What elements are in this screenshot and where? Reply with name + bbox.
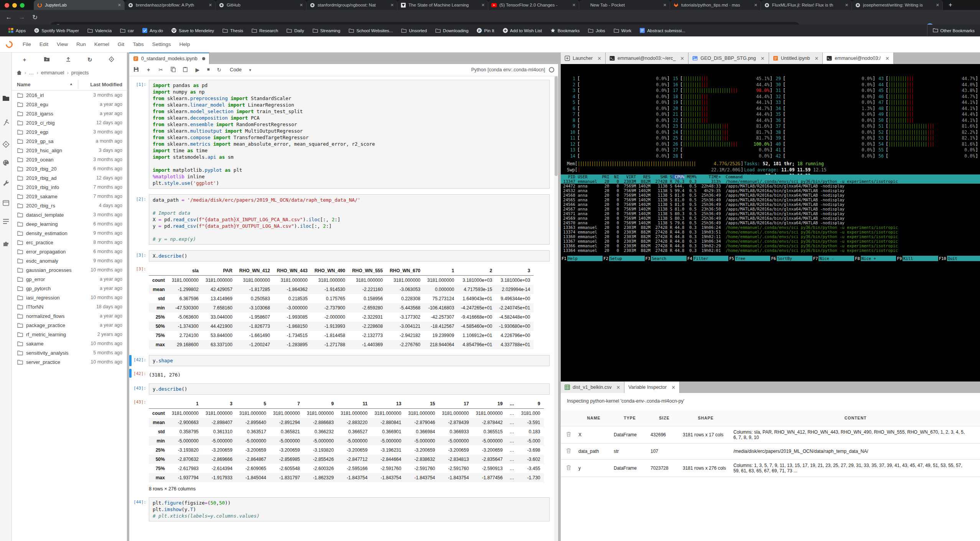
- close-tab-icon[interactable]: ✕: [663, 3, 667, 8]
- run-cell-icon[interactable]: ▶: [194, 67, 201, 73]
- window-controls[interactable]: [5, 3, 25, 8]
- htop-setup-key[interactable]: F2Setup: [603, 256, 644, 261]
- htop-function-key-bar[interactable]: F1HelpF2SetupF3SearchF4FilterF5TreeF6Sor…: [561, 256, 980, 261]
- command-palette-icon[interactable]: [2, 159, 10, 166]
- process-row[interactable]: 24569 anna 20 0 7569M 1402M 1138 S 80.3 …: [561, 216, 980, 220]
- bookmark-work[interactable]: Work: [614, 28, 632, 33]
- file-row[interactable]: gp_errora year ago: [12, 275, 127, 284]
- process-row[interactable]: 24571 anna 20 0 7569M 1402M 1138 S 80.3 …: [561, 211, 980, 216]
- process-row[interactable]: 13347 emmanuel 20 0 2303M 882M 27428 R 7…: [561, 179, 980, 184]
- tab-variable-inspector[interactable]: Variable Inspector✕: [624, 381, 680, 393]
- process-list-header[interactable]: PID USER PRI NI VIRT RES SHR S CPU% MEM%…: [561, 174, 980, 179]
- delete-variable-icon[interactable]: [561, 443, 576, 459]
- close-tab-icon[interactable]: ✕: [754, 3, 758, 8]
- tab-dist-v1-belkin-csv[interactable]: dist_v1_belkin.csv✕: [561, 381, 624, 393]
- bookmark-streaming[interactable]: Streaming: [313, 28, 340, 33]
- bookmark-school-websites-[interactable]: School Websites...: [349, 28, 393, 33]
- cell-editor[interactable]: X.describe(): [149, 250, 550, 261]
- notebook-cell[interactable]: [3]:X.describe()[3]:slaPARRHO_WN_412RHO_…: [129, 250, 554, 349]
- file-row[interactable]: server_practice10 months ago: [12, 357, 127, 367]
- cell-type-select[interactable]: Code ▼: [230, 67, 252, 72]
- process-row[interactable]: 24570 anna 20 0 7569M 1402M 1138 S 79.6 …: [561, 220, 980, 225]
- process-row[interactable]: 24567 anna 20 0 7569M 1402M 1138 S 81.0 …: [561, 207, 980, 211]
- cell-editor[interactable]: y.describe(): [149, 383, 550, 395]
- menu-git[interactable]: Git: [114, 41, 128, 47]
- process-row[interactable]: 13360 emmanuel 20 0 2303M 882M 27428 R 4…: [561, 234, 980, 239]
- restart-kernel-icon[interactable]: ↻: [215, 67, 223, 73]
- output-collapser[interactable]: [129, 264, 132, 349]
- property-inspector-icon[interactable]: [2, 179, 10, 187]
- htop-kill-key[interactable]: F9Kill: [896, 256, 938, 261]
- file-row[interactable]: 2019_ci_rbig12 days ago: [12, 118, 127, 127]
- breadcrumb-item[interactable]: emmanuel: [41, 70, 64, 76]
- bookmark-spotify-web-player[interactable]: Spotify Web Player: [34, 28, 79, 33]
- other-bookmarks[interactable]: Other Bookmarks: [927, 25, 975, 36]
- process-row[interactable]: 13367 emmanuel 20 0 2303M 882M 27428 R 4…: [561, 239, 980, 243]
- file-row[interactable]: sakame10 months ago: [12, 339, 127, 348]
- browser-tab[interactable]: The State of Machine Learning✕: [397, 0, 488, 10]
- close-tab-icon[interactable]: ✕: [209, 3, 212, 8]
- file-row[interactable]: ITforNN18 days ago: [12, 302, 127, 311]
- extension-manager-icon[interactable]: [2, 241, 10, 248]
- notebook-cell[interactable]: [2]:data_path = '/media/disk/erc/papers/…: [129, 194, 554, 245]
- htop-help-key[interactable]: F1Help: [561, 256, 603, 261]
- file-row[interactable]: 2020_rbig_rs4 days ago: [12, 201, 127, 210]
- running-sessions-icon[interactable]: [2, 119, 10, 126]
- close-tab-icon[interactable]: ✕: [671, 385, 675, 390]
- upload-icon[interactable]: [64, 56, 72, 63]
- file-row[interactable]: 2019_rbig_ad12 days ago: [12, 173, 127, 183]
- tab-launcher[interactable]: Launcher✕: [561, 53, 606, 64]
- file-row[interactable]: 2019_gp_saa month ago: [12, 136, 127, 146]
- file-row[interactable]: 2019_egp3 months ago: [12, 127, 127, 136]
- close-tab-icon[interactable]: ✕: [936, 3, 939, 8]
- close-tab-icon[interactable]: ✕: [118, 3, 121, 8]
- menu-kernel[interactable]: Kernel: [90, 41, 114, 47]
- tab-untitled-ipynb[interactable]: Untitled.ipynb✕: [769, 53, 823, 64]
- close-tab-icon[interactable]: ✕: [761, 56, 765, 61]
- close-tab-icon[interactable]: ✕: [616, 385, 620, 390]
- delete-variable-icon[interactable]: [561, 459, 576, 477]
- notebook-content[interactable]: [1]:import pandas as pdimport numpy as n…: [129, 76, 554, 541]
- close-window-icon[interactable]: [5, 3, 9, 8]
- add-cell-icon[interactable]: +: [145, 67, 152, 73]
- close-tab-icon[interactable]: ✕: [572, 3, 576, 8]
- notebook-cell[interactable]: [43]:y.describe()[43]:135791113151719…9c…: [129, 383, 554, 492]
- panel-divider[interactable]: [558, 53, 561, 541]
- close-tab-icon[interactable]: ✕: [680, 56, 684, 61]
- file-row[interactable]: erc_practice8 months ago: [12, 238, 127, 247]
- new-tab-button[interactable]: +: [947, 1, 954, 9]
- folder-icon[interactable]: [2, 95, 10, 102]
- menu-edit[interactable]: Edit: [35, 41, 53, 47]
- file-row[interactable]: deep_learning6 months ago: [12, 219, 127, 229]
- process-row[interactable]: 24565 anna 20 0 7569M 1402M 1138 S 81.0 …: [561, 197, 980, 202]
- git-icon[interactable]: [2, 141, 10, 148]
- process-row[interactable]: 24568 anna 20 0 7569M 1402M 1138 S 81.0 …: [561, 193, 980, 197]
- breadcrumb[interactable]: ›…›emmanuel›projects: [16, 68, 89, 77]
- notebook-cell[interactable]: [44]:plt.figure(figsize=(50,50))plt.imsh…: [129, 497, 554, 521]
- file-row[interactable]: error_propagation6 months ago: [12, 247, 127, 256]
- htop-nice-key[interactable]: F7Nice -: [812, 256, 854, 261]
- file-row[interactable]: package_practicea year ago: [12, 321, 127, 330]
- file-row[interactable]: esdc_anomaly9 months ago: [12, 256, 127, 265]
- file-row[interactable]: rf_metric_learning2 years ago: [12, 330, 127, 339]
- bookmark-thesis[interactable]: Thesis: [222, 28, 243, 33]
- bookmark-abstract-submissi-[interactable]: Abstract submissi...: [640, 28, 685, 33]
- bookmark-any-do[interactable]: Any.do: [142, 28, 163, 33]
- tab-emmanuel-nodo03-erc-[interactable]: emmanuel@nodo03:~/erc_✕: [606, 53, 688, 64]
- delete-variable-icon[interactable]: [561, 426, 576, 443]
- browser-tab[interactable]: GitHub✕: [216, 0, 306, 10]
- refresh-icon[interactable]: ↻: [86, 56, 94, 63]
- paste-cell-icon[interactable]: [181, 67, 189, 73]
- kernel-name[interactable]: Python [conda env:.conda-ml4ocn]: [471, 67, 545, 72]
- process-row[interactable]: 24472 anna 20 0 7569M 1402M 1138 S 644. …: [561, 184, 980, 188]
- file-row[interactable]: iasi_regression10 months ago: [12, 293, 127, 302]
- bookmark-bookmarks[interactable]: Bookmarks: [550, 28, 580, 33]
- cut-cell-icon[interactable]: ✂: [157, 67, 165, 73]
- cell-editor[interactable]: y.shape: [149, 355, 550, 366]
- notebook-cell[interactable]: [42]:y.shape[42]:(3181, 276): [129, 355, 554, 378]
- menu-run[interactable]: Run: [72, 41, 90, 47]
- bookmark-research[interactable]: Research: [252, 28, 278, 33]
- cell-editor[interactable]: data_path = '/media/disk/erc/papers/2019…: [149, 194, 550, 245]
- file-row[interactable]: 2019_rbig_206 months ago: [12, 164, 127, 173]
- new-launcher-icon[interactable]: +: [20, 56, 29, 63]
